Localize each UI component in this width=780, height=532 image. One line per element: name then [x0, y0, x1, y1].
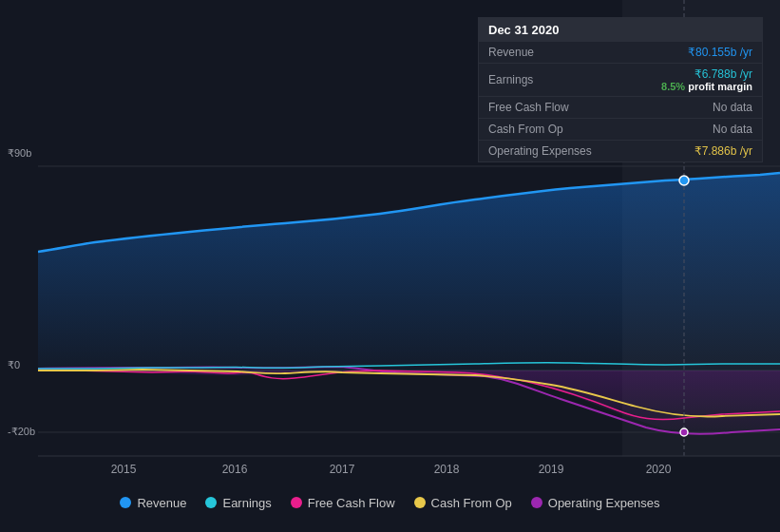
legend-item-fcf[interactable]: Free Cash Flow [291, 496, 395, 510]
tooltip-row-revenue: Revenue ₹80.155b /yr [479, 42, 762, 64]
tooltip-label-opex: Operating Expenses [488, 144, 592, 158]
tooltip-card: Dec 31 2020 Revenue ₹80.155b /yr Earning… [478, 17, 763, 162]
svg-text:2018: 2018 [434, 463, 460, 476]
tooltip-row-opex: Operating Expenses ₹7.886b /yr [479, 141, 762, 162]
svg-point-7 [679, 176, 689, 185]
legend-dot-opex [531, 497, 542, 508]
tooltip-row-fcf: Free Cash Flow No data [479, 97, 762, 119]
legend-dot-fcf [291, 497, 302, 508]
legend-dot-cashfromop [414, 497, 426, 508]
tooltip-profit-margin: 8.5% profit margin [661, 81, 752, 92]
legend-item-opex[interactable]: Operating Expenses [531, 496, 660, 510]
tooltip-value-cashfromop: No data [713, 123, 752, 136]
legend-label-opex: Operating Expenses [548, 496, 660, 510]
tooltip-value-earnings: ₹6.788b /yr [661, 67, 752, 81]
legend-dot-revenue [120, 497, 131, 508]
svg-text:2019: 2019 [539, 463, 564, 476]
legend-label-earnings: Earnings [222, 496, 271, 510]
legend: Revenue Earnings Free Cash Flow Cash Fro… [0, 483, 780, 522]
y-label-neg20b: -₹20b [8, 426, 35, 438]
legend-item-earnings[interactable]: Earnings [205, 496, 271, 510]
legend-label-fcf: Free Cash Flow [308, 496, 395, 510]
svg-text:2017: 2017 [330, 463, 355, 476]
legend-item-cashfromop[interactable]: Cash From Op [414, 496, 512, 510]
legend-dot-earnings [205, 497, 217, 508]
tooltip-value-opex: ₹7.886b /yr [694, 144, 752, 158]
tooltip-label-cashfromop: Cash From Op [488, 123, 563, 136]
tooltip-title: Dec 31 2020 [479, 18, 762, 42]
y-label-90b: ₹90b [8, 147, 31, 160]
svg-text:2020: 2020 [646, 463, 672, 476]
tooltip-label-earnings: Earnings [488, 73, 533, 86]
y-label-0: ₹0 [8, 359, 20, 371]
tooltip-value-revenue: ₹80.155b /yr [688, 46, 752, 59]
legend-label-cashfromop: Cash From Op [431, 496, 512, 510]
svg-text:2015: 2015 [111, 463, 137, 476]
tooltip-row-cashfromop: Cash From Op No data [479, 119, 762, 141]
tooltip-label-revenue: Revenue [488, 46, 534, 59]
svg-point-8 [680, 428, 688, 436]
tooltip-value-fcf: No data [713, 101, 752, 114]
svg-text:2016: 2016 [222, 463, 248, 476]
legend-item-revenue[interactable]: Revenue [120, 496, 186, 510]
legend-label-revenue: Revenue [137, 496, 186, 510]
tooltip-label-fcf: Free Cash Flow [488, 101, 569, 114]
tooltip-row-earnings: Earnings ₹6.788b /yr 8.5% profit margin [479, 64, 762, 97]
